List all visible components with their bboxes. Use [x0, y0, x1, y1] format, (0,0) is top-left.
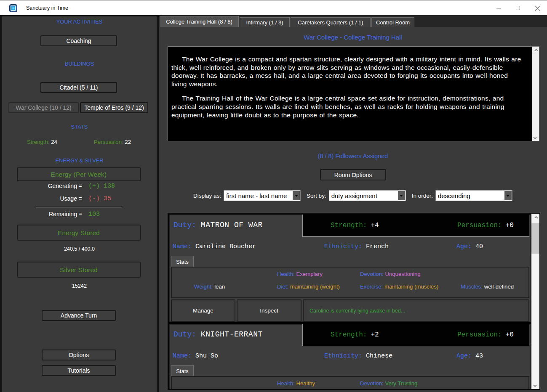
scrollbar-thumb[interactable]	[531, 223, 539, 254]
follower-strength-label: Strength:	[331, 331, 367, 339]
stat-diet: Diet: maintaining (weight)	[277, 283, 340, 290]
generating-value: (+) 138	[88, 183, 115, 190]
stats-tab[interactable]: Stats	[171, 256, 194, 267]
in-order-label: In order:	[412, 193, 433, 199]
follower-persuasion-value: +0	[506, 222, 514, 229]
silver-stored-value: 15242	[2, 283, 157, 289]
card-button-row: Manage Inspect Caroline is currently lyi…	[171, 299, 529, 322]
display-as-select[interactable]: first name - last name	[224, 190, 301, 201]
follower-stat-bar: Strength:+2 Persuasion:+0	[302, 324, 529, 346]
list-controls-row: Display as: first name - last name Sort …	[159, 190, 547, 201]
tab-college-training-hall[interactable]: College Training Hall (8 / 8)	[160, 16, 239, 27]
stats-tab[interactable]: Stats	[171, 365, 194, 376]
follower-card-caroline: Duty: MATRON OF WAR Strength:+4 Persuasi…	[169, 215, 531, 322]
tab-control-room[interactable]: Control Room	[371, 17, 414, 27]
remaining-label: Remaining =	[49, 211, 82, 217]
duty-value: MATRON OF WAR	[201, 221, 263, 229]
persuasion-value: 22	[125, 139, 131, 145]
display-as-dropdown-icon[interactable]	[293, 191, 300, 200]
follower-ethnicity: Ethnicity: Chinese	[324, 352, 392, 360]
follower-strength-value: +2	[371, 331, 379, 339]
strength-label: Strength:	[27, 139, 50, 145]
scroll-up-icon[interactable]	[532, 47, 539, 54]
duty-label: Duty:	[173, 221, 196, 229]
sort-by-dropdown-icon[interactable]	[398, 191, 405, 200]
sidebar: YOUR ACTIVITIES Coaching BUILDINGS Citad…	[2, 16, 157, 392]
follower-list-scrollbar[interactable]	[531, 214, 539, 389]
minimize-icon	[496, 8, 501, 8]
buildings-header: BUILDINGS	[2, 61, 157, 67]
in-order-dropdown-icon[interactable]	[504, 191, 512, 200]
display-as-label: Display as:	[193, 193, 221, 199]
inspect-button[interactable]: Inspect	[237, 299, 302, 322]
follower-persuasion-label: Persuasion:	[457, 331, 502, 339]
close-button[interactable]	[528, 0, 547, 16]
energy-stored-value: 240.5 / 400.0	[2, 246, 157, 252]
stat-devotion: Devotion: Unquestioning	[360, 271, 421, 277]
stat-weight: Weight: lean	[194, 283, 225, 290]
app-icon-inner	[11, 5, 16, 11]
window-title: Sanctuary in Time	[26, 0, 68, 16]
stats-panel: Health: Healthy Devotion: Very Trusting	[171, 376, 529, 390]
follower-persuasion-label: Persuasion:	[457, 222, 502, 229]
persuasion-label: Persuasion:	[94, 139, 123, 145]
minimize-button[interactable]	[489, 0, 508, 16]
main-panel: College Training Hall (8 / 8) Infirmary …	[159, 15, 547, 392]
app-icon	[9, 4, 17, 12]
room-title: War College - College Training Hall	[159, 34, 547, 41]
room-tab-strip: College Training Hall (8 / 8) Infirmary …	[159, 15, 547, 27]
duty-row: Duty: KNIGHT-ERRANT	[173, 330, 263, 339]
citadel-button[interactable]: Citadel (5 / 11)	[40, 82, 117, 93]
description-paragraph-1: The War College is a compact and spartan…	[171, 55, 524, 88]
follower-strength: Strength:+2	[331, 324, 379, 346]
follower-age: Age: 43	[456, 352, 483, 360]
sort-by-select[interactable]: duty assignment	[329, 190, 406, 201]
follower-name: Name: Shu So	[173, 352, 218, 360]
advance-turn-button[interactable]: Advance Turn	[42, 310, 116, 321]
stat-health: Health: Healthy	[277, 380, 315, 387]
scroll-down-icon[interactable]	[532, 134, 539, 141]
follower-persuasion: Persuasion:+0	[457, 324, 514, 346]
energy-silver-header: ENERGY & SILVER	[2, 157, 157, 164]
activities-header: YOUR ACTIVITIES	[2, 19, 157, 25]
strength-stat: Strength: 24	[27, 139, 57, 145]
follower-name: Name: Caroline Boucher	[173, 243, 256, 250]
description-paragraph-2: The Training Hall of the War College is …	[171, 94, 524, 119]
usage-label: Usage =	[60, 195, 82, 202]
stat-muscles: Muscles: well-defined	[461, 283, 514, 290]
in-order-value: descending	[438, 191, 470, 201]
usage-value: (-) 35	[88, 195, 111, 202]
follower-strength-value: +4	[371, 222, 379, 229]
duty-label: Duty:	[173, 330, 196, 339]
war-college-button[interactable]: War College (10 / 12)	[8, 102, 79, 113]
tab-infirmary[interactable]: Infirmary (1 / 3)	[240, 17, 290, 27]
close-icon	[535, 5, 540, 11]
follower-strength: Strength:+4	[331, 215, 379, 236]
stat-devotion: Devotion: Very Trusting	[360, 380, 417, 387]
scroll-up-icon[interactable]	[531, 214, 539, 222]
in-order-select[interactable]: descending	[435, 190, 512, 201]
manage-button[interactable]: Manage	[171, 299, 235, 322]
room-options-button[interactable]: Room Options	[320, 169, 386, 180]
options-button[interactable]: Options	[42, 350, 116, 360]
follower-age: Age: 40	[456, 243, 483, 250]
room-description-box: The War College is a compact and spartan…	[168, 46, 539, 141]
scroll-down-icon[interactable]	[531, 381, 539, 389]
tutorials-button[interactable]: Tutorials	[42, 365, 116, 376]
tab-caretakers-quarters[interactable]: Caretakers Quarters (1 / 1)	[291, 17, 371, 27]
follower-identity-row: Name: Shu So Ethnicity: Chinese Age: 43	[170, 352, 530, 361]
sort-by-label: Sort by:	[307, 193, 326, 199]
followers-assigned-label: (8 / 8) Followers Assigned	[159, 153, 547, 159]
maximize-icon	[516, 6, 520, 10]
maximize-button[interactable]	[508, 0, 528, 16]
follower-card-shu: Duty: KNIGHT-ERRANT Strength:+2 Persuasi…	[169, 324, 531, 390]
description-scrollbar[interactable]	[532, 47, 539, 141]
remaining-value: 103	[88, 211, 100, 218]
follower-list: Duty: MATRON OF WAR Strength:+4 Persuasi…	[168, 213, 540, 390]
follower-persuasion-value: +0	[506, 331, 514, 339]
coaching-button[interactable]: Coaching	[40, 35, 117, 46]
temple-of-eros-button[interactable]: Temple of Eros (9 / 12)	[80, 102, 148, 113]
follower-ethnicity: Ethnicity: French	[324, 243, 389, 250]
room-description-text: The War College is a compact and spartan…	[168, 47, 532, 141]
stats-panel: Health: Exemplary Devotion: Unquestionin…	[171, 267, 529, 298]
